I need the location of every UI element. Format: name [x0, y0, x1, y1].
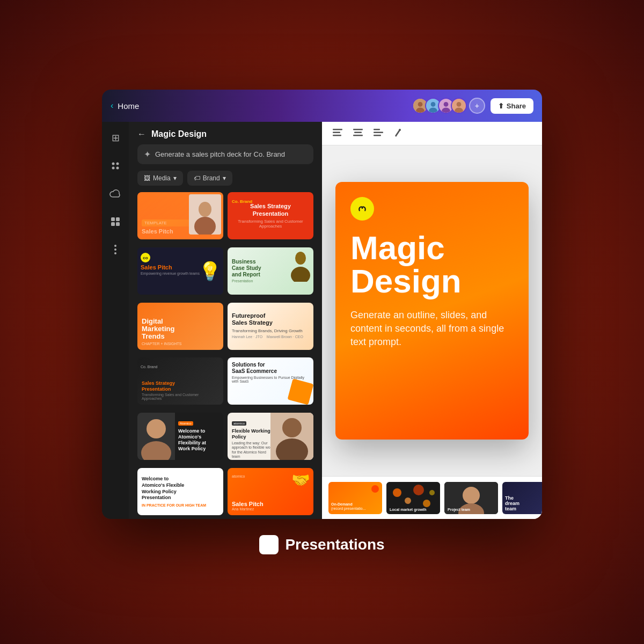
template-thumb-11[interactable]: Welcome toAtomico's FlexibleWorking Poli…: [137, 468, 223, 515]
thumb-5-label: DigitalMarketingTrends CHAPTER + INSIGHT…: [142, 318, 219, 346]
title-bar: ‹ Home + ⬆ Share: [102, 90, 542, 122]
svg-point-53: [429, 490, 435, 495]
toolbar-icon-3[interactable]: [371, 127, 385, 141]
hand-icon: 🤝: [291, 471, 310, 489]
svg-point-45: [399, 129, 401, 131]
search-query: Generate a sales pitch deck for Co. Bran…: [155, 150, 307, 158]
thumb-6-label: FutureproofSales Strategy Transforming B…: [232, 312, 309, 340]
svg-point-10: [457, 102, 462, 107]
svg-point-4: [431, 102, 436, 107]
sidebar-icon-cloud[interactable]: [106, 184, 125, 203]
main-slide[interactable]: Magic Design Generate an outline, slides…: [335, 182, 529, 440]
thumb-11-label: Welcome toAtomico's FlexibleWorking Poli…: [142, 476, 219, 507]
svg-point-28: [295, 252, 306, 265]
avatar-4: [451, 98, 467, 114]
svg-point-49: [393, 488, 401, 497]
svg-point-31: [147, 419, 166, 438]
toolbar-icon-1[interactable]: [331, 127, 345, 141]
svg-point-13: [116, 163, 119, 165]
thumb-8-decoration: [288, 379, 313, 405]
svg-point-51: [413, 485, 424, 495]
template-thumb-1[interactable]: TEMPLATE Sales Pitch: [137, 192, 223, 239]
svg-point-55: [463, 487, 480, 504]
template-thumb-6[interactable]: FutureproofSales Strategy Transforming B…: [228, 303, 313, 350]
thumb-3-label-wrapper: co Sales Pitch Empowering revenue growth…: [141, 252, 200, 276]
svg-point-47: [371, 485, 379, 493]
presentations-icon: [259, 535, 279, 554]
brand-chevron-icon: ▾: [223, 174, 226, 182]
filter-row: 🖼 Media ▾ 🏷 Brand ▾: [129, 171, 322, 192]
template-thumb-4[interactable]: BusinessCase Studyand Report Presentatio…: [228, 247, 313, 295]
svg-point-21: [114, 248, 116, 251]
svg-rect-42: [374, 129, 380, 130]
svg-rect-44: [374, 135, 381, 136]
svg-rect-37: [333, 131, 340, 133]
panel-title: Magic Design: [151, 129, 207, 139]
back-button[interactable]: ‹: [111, 101, 113, 111]
filter-brand-button[interactable]: 🏷 Brand ▾: [187, 171, 232, 186]
toolbar-icon-magic[interactable]: [392, 126, 405, 141]
bottom-bar: Presentations: [259, 535, 384, 554]
svg-point-34: [282, 418, 302, 437]
thumb-10-person: [270, 413, 313, 460]
filmstrip-slide-1[interactable]: On-Demand(record presentatio...: [328, 482, 382, 514]
editor-toolbar: [322, 122, 542, 145]
svg-rect-16: [111, 217, 115, 221]
person-icon: [290, 250, 311, 286]
thumb-9-label: Atomico Welcome toAtomico'sFlexibility a…: [176, 417, 220, 451]
panel-header: ← Magic Design: [129, 122, 322, 144]
sidebar-icon-apps[interactable]: [106, 156, 125, 175]
template-thumb-10[interactable]: atomico Flexible WorkingPolicy Leading t…: [228, 413, 313, 460]
svg-rect-17: [116, 217, 120, 221]
filmstrip-slide-4[interactable]: Thedreamteam: [502, 482, 542, 514]
sidebar-icon-grid[interactable]: [106, 212, 125, 231]
slide-title: Magic Design: [350, 231, 514, 298]
template-thumb-12[interactable]: atomico 🤝 Sales Pitch Ana Martinez: [228, 468, 313, 515]
svg-point-25: [199, 202, 211, 217]
avatar-group: +: [412, 98, 485, 114]
svg-point-7: [444, 102, 449, 107]
template-thumb-3[interactable]: co Sales Pitch Empowering revenue growth…: [137, 247, 223, 295]
brand-icon: 🏷: [194, 174, 200, 182]
sidebar-icon-layout[interactable]: ⊞: [106, 128, 125, 148]
magic-search-icon: ✦: [144, 149, 151, 159]
svg-rect-39: [353, 129, 363, 130]
thumb-7-label: Sales StrategyPresentation Transforming …: [142, 380, 219, 401]
search-bar[interactable]: ✦ Generate a sales pitch deck for Co. Br…: [137, 144, 313, 164]
panel-back-button[interactable]: ←: [137, 129, 146, 139]
filter-media-button[interactable]: 🖼 Media ▾: [137, 171, 183, 186]
home-label[interactable]: Home: [118, 101, 139, 111]
template-thumb-7[interactable]: Co. Brand Sales StrategyPresentation Tra…: [137, 357, 223, 405]
media-icon: 🖼: [144, 174, 150, 182]
add-collaborator-button[interactable]: +: [469, 98, 485, 114]
filmstrip-slide-3[interactable]: Project team: [444, 482, 498, 514]
thumb-2-brand: Co. Brand: [232, 195, 309, 205]
sidebar-icon-more[interactable]: [106, 240, 125, 259]
template-thumb-2[interactable]: Co. Brand Sales StrategyPresentation Tra…: [228, 192, 313, 239]
thumbnails-grid: TEMPLATE Sales Pitch Co. Brand Sales Str…: [129, 192, 322, 519]
svg-point-58: [267, 543, 271, 547]
filmstrip-label-2: Local market growth: [390, 508, 437, 511]
slide-description: Generate an outline, slides, and content…: [350, 309, 514, 349]
right-panel: Magic Design Generate an outline, slides…: [322, 122, 542, 519]
svg-rect-40: [354, 131, 362, 133]
svg-point-12: [112, 163, 115, 165]
main-content: ⊞ ← Magic Design: [102, 122, 542, 519]
slide-logo: [350, 197, 374, 221]
thumb-7-brand: Co. Brand: [141, 361, 158, 370]
filmstrip-label-4: Thedreamteam: [505, 495, 542, 511]
share-icon: ⬆: [498, 102, 504, 110]
template-thumb-5[interactable]: DigitalMarketingTrends CHAPTER + INSIGHT…: [137, 303, 223, 350]
title-bar-right: + ⬆ Share: [412, 98, 533, 114]
filmstrip-label-1: On-Demand(record presentatio...: [331, 502, 379, 511]
thumb-12-label: Sales Pitch Ana Martinez: [232, 501, 309, 511]
presentations-label: Presentations: [285, 536, 384, 553]
template-thumb-8[interactable]: Solutions forSaaS Ecommerce Empowering B…: [228, 357, 313, 405]
svg-point-14: [112, 167, 115, 170]
share-button[interactable]: ⬆ Share: [491, 98, 533, 114]
lightbulb-icon: 💡: [199, 260, 221, 282]
filmstrip-slide-2[interactable]: Local market growth: [386, 482, 440, 514]
sidebar: ⊞: [102, 122, 129, 519]
template-thumb-9[interactable]: Atomico Welcome toAtomico'sFlexibility a…: [137, 413, 223, 460]
toolbar-icon-2[interactable]: [351, 127, 365, 141]
